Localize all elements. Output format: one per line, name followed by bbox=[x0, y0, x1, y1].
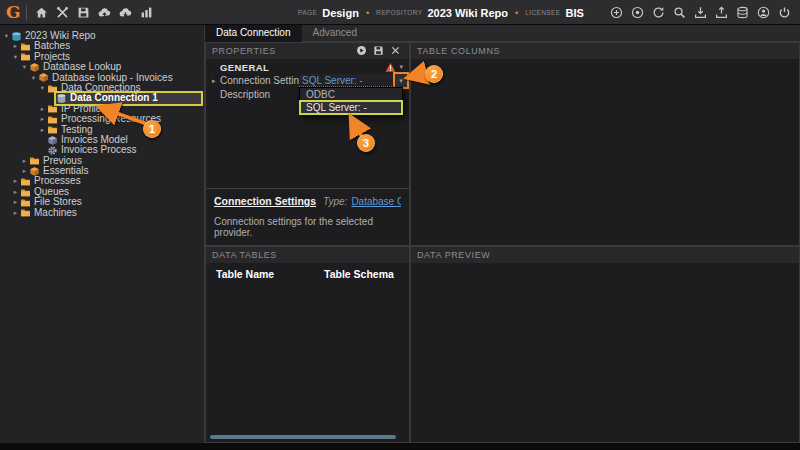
chevron-right-icon[interactable]: ▸ bbox=[212, 77, 220, 85]
tree-item-machines[interactable]: ▸Machines bbox=[2, 208, 204, 218]
chevron-down-icon[interactable]: ▾ bbox=[399, 63, 403, 71]
topbar-right-icons bbox=[606, 2, 795, 23]
close-icon[interactable] bbox=[388, 44, 403, 57]
tree-item-previous[interactable]: ▸Previous bbox=[2, 156, 204, 166]
tree-indent bbox=[2, 140, 38, 141]
import-icon[interactable] bbox=[690, 2, 711, 23]
warning-icon[interactable] bbox=[385, 62, 396, 73]
tree-item-box[interactable]: Data Connections bbox=[47, 83, 201, 93]
chevron-right-icon[interactable]: ▸ bbox=[38, 114, 47, 124]
chevron-right-icon[interactable]: ▸ bbox=[38, 104, 47, 114]
tree-item-box[interactable]: File Stores bbox=[20, 197, 201, 207]
chevron-down-icon[interactable]: ▾ bbox=[38, 83, 47, 93]
cloud-upload-icon[interactable] bbox=[94, 2, 115, 23]
column-header-table-schema[interactable]: Table Schema bbox=[324, 268, 394, 280]
tree-item-data-connections[interactable]: ▾Data Connections bbox=[2, 83, 204, 93]
chevron-down-icon[interactable]: ▾ bbox=[11, 52, 20, 62]
tree-item-box[interactable]: Invoices Model bbox=[47, 135, 201, 145]
tree-item-ip-profiles[interactable]: ▸IP Profiles bbox=[2, 104, 204, 114]
refresh-icon[interactable] bbox=[648, 2, 669, 23]
chevron-right-icon[interactable]: ▸ bbox=[11, 208, 20, 218]
tools-icon[interactable] bbox=[52, 2, 73, 23]
connection-settings-dropdown-button[interactable]: ▾ bbox=[395, 74, 407, 87]
chevron-right-icon[interactable]: ▸ bbox=[11, 187, 20, 197]
chevron-down-icon[interactable]: ▾ bbox=[2, 31, 11, 41]
tree-item-box[interactable]: Database Lookup bbox=[29, 62, 201, 72]
chevron-right-icon[interactable]: ▸ bbox=[20, 166, 29, 176]
tree-indent bbox=[2, 77, 29, 78]
tree-item-box[interactable]: Essentials bbox=[29, 166, 201, 176]
tree-item-box[interactable]: Data Connection 1 bbox=[56, 93, 201, 103]
search-icon[interactable] bbox=[669, 2, 690, 23]
data-preview-panel: DATA PREVIEW bbox=[410, 246, 800, 443]
chevron-down-icon[interactable]: ▾ bbox=[29, 73, 38, 83]
add-icon[interactable] bbox=[606, 2, 627, 23]
horizontal-scrollbar[interactable] bbox=[210, 435, 396, 439]
tree-item-essentials[interactable]: ▸Essentials bbox=[2, 166, 204, 176]
tree-item-processing-resources[interactable]: ▸Processing Resources bbox=[2, 114, 204, 124]
tab-data-connection[interactable]: Data Connection bbox=[205, 25, 302, 42]
tree-item-box[interactable]: Testing bbox=[47, 125, 201, 135]
tree-item-2023-wiki-repo[interactable]: ▾2023 Wiki Repo bbox=[2, 31, 204, 41]
tree-item-invoices-model[interactable]: Invoices Model bbox=[2, 135, 204, 145]
help-text: Connection settings for the selected pro… bbox=[214, 216, 401, 238]
stats-icon[interactable] bbox=[136, 2, 157, 23]
connection-settings-field[interactable]: SQL Server: - bbox=[299, 74, 394, 87]
tree-item-box[interactable]: Projects bbox=[20, 52, 201, 62]
chevron-down-icon[interactable]: ▾ bbox=[20, 62, 29, 72]
column-header-table-name[interactable]: Table Name bbox=[216, 268, 324, 280]
tree-item-box[interactable]: Machines bbox=[20, 208, 201, 218]
dropdown-option-odbc[interactable]: ODBC bbox=[300, 88, 402, 101]
tree-item-batches[interactable]: ▸Batches bbox=[2, 41, 204, 51]
tree-indent bbox=[2, 56, 11, 57]
chevron-right-icon[interactable]: ▸ bbox=[11, 197, 20, 207]
tree-item-box[interactable]: Database lookup - Invoices bbox=[38, 73, 201, 83]
tree-item-testing[interactable]: ▸Testing bbox=[2, 125, 204, 135]
tree-item-database-lookup[interactable]: ▾Database Lookup bbox=[2, 62, 204, 72]
save-icon[interactable] bbox=[73, 2, 94, 23]
tree-item-processes[interactable]: ▸Processes bbox=[2, 176, 204, 186]
tree-item-box[interactable]: Invoices Process bbox=[47, 145, 201, 155]
tree-item-invoices-process[interactable]: Invoices Process bbox=[2, 145, 204, 155]
chevron-right-icon[interactable]: ▸ bbox=[11, 176, 20, 186]
tree-item-label: Testing bbox=[61, 125, 93, 135]
connection-settings-value[interactable]: SQL Server: - bbox=[302, 75, 363, 86]
context-field-value: BIS bbox=[566, 7, 584, 19]
tree-item-box[interactable]: 2023 Wiki Repo bbox=[11, 31, 201, 41]
context-field-label: REPOSITORY bbox=[376, 9, 422, 16]
cloud-download-icon[interactable] bbox=[115, 2, 136, 23]
tree-item-box[interactable]: Batches bbox=[20, 41, 201, 51]
tree-indent bbox=[2, 150, 38, 151]
tree-item-label: Data Connections bbox=[61, 83, 141, 93]
tree-indent bbox=[2, 67, 20, 68]
home-icon[interactable] bbox=[31, 2, 52, 23]
tree-item-queues[interactable]: ▸Queues bbox=[2, 187, 204, 197]
power-icon[interactable] bbox=[774, 2, 795, 23]
tree-indent bbox=[2, 108, 38, 109]
tree-item-database-lookup-invoices[interactable]: ▾Database lookup - Invoices bbox=[2, 73, 204, 83]
tree-item-file-stores[interactable]: ▸File Stores bbox=[2, 197, 204, 207]
record-icon[interactable] bbox=[627, 2, 648, 23]
general-section-header[interactable]: GENERAL ▾ bbox=[206, 61, 409, 73]
export-icon[interactable] bbox=[711, 2, 732, 23]
chevron-right-icon[interactable]: ▸ bbox=[11, 41, 20, 51]
tree-item-box[interactable]: IP Profiles bbox=[47, 104, 201, 114]
folder-icon bbox=[20, 187, 31, 198]
play-icon[interactable] bbox=[354, 44, 369, 57]
save-icon[interactable] bbox=[371, 44, 386, 57]
tree-item-box[interactable]: Processing Resources bbox=[47, 114, 201, 124]
tree-item-box[interactable]: Processes bbox=[20, 176, 201, 186]
tree-item-data-connection-1[interactable]: Data Connection 1 bbox=[2, 93, 204, 103]
tree-item-box[interactable]: Previous bbox=[29, 156, 201, 166]
dropdown-option-sql-server[interactable]: SQL Server: - bbox=[300, 101, 402, 114]
tab-advanced[interactable]: Advanced bbox=[302, 25, 368, 42]
user-icon[interactable] bbox=[753, 2, 774, 23]
help-type-link[interactable]: Database Connection Settings bbox=[351, 196, 401, 207]
database-icon[interactable] bbox=[732, 2, 753, 23]
chevron-right-icon[interactable]: ▸ bbox=[38, 125, 47, 135]
chevron-right-icon[interactable]: ▸ bbox=[20, 156, 29, 166]
tree-item-projects[interactable]: ▾Projects bbox=[2, 52, 204, 62]
properties-panel: PROPERTIES GENERAL ▾ ▸ Connection Settin… bbox=[205, 42, 410, 246]
context-field-label: LICENSEE bbox=[525, 9, 560, 16]
tree-item-box[interactable]: Queues bbox=[20, 187, 201, 197]
